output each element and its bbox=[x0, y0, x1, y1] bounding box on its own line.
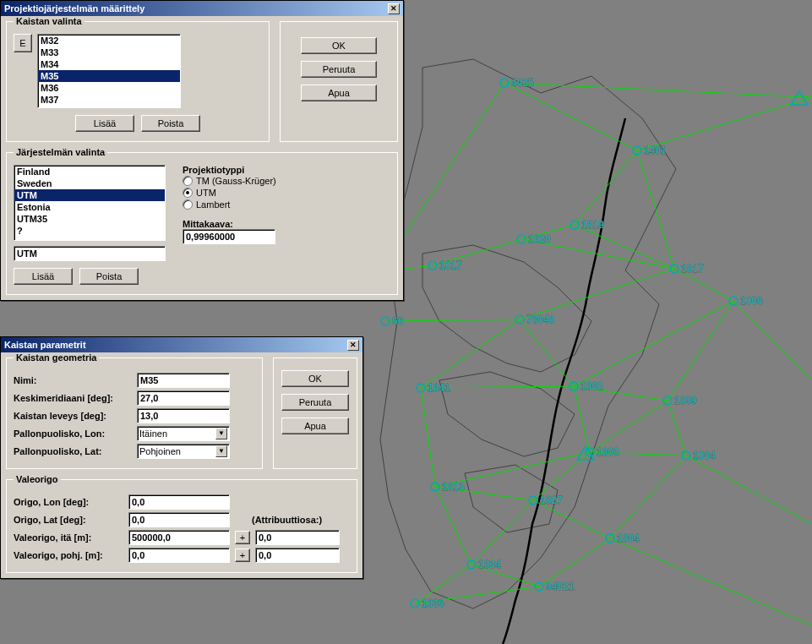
origo-lon-input[interactable] bbox=[128, 494, 230, 510]
system-section-label: Järjestelmän valinta bbox=[14, 147, 107, 157]
svg-text:1803: 1803 bbox=[597, 446, 619, 458]
svg-text:1834: 1834 bbox=[478, 559, 501, 570]
list-item[interactable]: M35 bbox=[38, 70, 180, 82]
plus-button[interactable]: + bbox=[235, 531, 250, 544]
svg-text:1836: 1836 bbox=[422, 598, 444, 609]
svg-text:1817: 1817 bbox=[681, 263, 704, 275]
svg-line-7 bbox=[575, 225, 674, 269]
radio-utm[interactable]: UTM bbox=[183, 187, 276, 199]
svg-line-15 bbox=[385, 319, 520, 321]
list-item[interactable]: UTM35 bbox=[14, 213, 165, 225]
list-item[interactable]: UTM bbox=[14, 189, 165, 201]
svg-line-21 bbox=[574, 301, 733, 386]
svg-line-29 bbox=[435, 487, 471, 565]
svg-text:1820: 1820 bbox=[528, 233, 551, 245]
svg-line-13 bbox=[733, 301, 812, 380]
width-label: Kaistan leveys [deg]: bbox=[14, 411, 132, 421]
zone-listbox[interactable]: M32M33M34M35M36M37 bbox=[37, 34, 181, 108]
svg-line-27 bbox=[421, 388, 435, 487]
svg-text:1813: 1813 bbox=[442, 481, 465, 493]
svg-text:1841: 1841 bbox=[428, 382, 450, 394]
chevron-down-icon: ▼ bbox=[215, 445, 227, 457]
geom-section-label: Kaistan geometria bbox=[14, 352, 99, 363]
svg-line-31 bbox=[471, 500, 533, 565]
name-label: Nimi: bbox=[14, 375, 132, 385]
help-button[interactable]: Apua bbox=[301, 85, 377, 101]
svg-line-4 bbox=[575, 150, 637, 225]
system-listbox[interactable]: FinlandSwedenUTMEstoniaUTM35? bbox=[14, 165, 166, 241]
cancel-button[interactable]: Peruuta bbox=[301, 61, 377, 78]
list-item[interactable]: M36 bbox=[38, 82, 180, 94]
svg-text:4025: 4025 bbox=[511, 77, 534, 89]
zone-add-button[interactable]: Lisää bbox=[75, 115, 134, 132]
dialog1-buttons: OK Peruuta Apua bbox=[280, 21, 398, 142]
svg-line-1 bbox=[504, 83, 637, 150]
dialog2-titlebar[interactable]: Kaistan parametrit ✕ bbox=[1, 337, 362, 352]
svg-line-0 bbox=[504, 83, 812, 97]
map-canvas[interactable]: 4025140118191820101762181710066678048184… bbox=[372, 0, 812, 644]
list-item[interactable]: M32 bbox=[38, 35, 180, 46]
origo-lat-label: Origo, Lat [deg]: bbox=[14, 515, 123, 525]
svg-line-38 bbox=[610, 538, 812, 625]
svg-line-33 bbox=[539, 538, 610, 587]
svg-line-14 bbox=[668, 301, 733, 401]
svg-line-3 bbox=[637, 97, 812, 150]
list-item[interactable]: Finland bbox=[14, 166, 165, 177]
system-add-button[interactable]: Lisää bbox=[14, 268, 73, 285]
false-n-label: Valeorigo, pohj. [m]: bbox=[14, 550, 123, 560]
close-icon[interactable]: ✕ bbox=[388, 3, 400, 14]
svg-text:1804: 1804 bbox=[617, 532, 640, 544]
ok-button[interactable]: OK bbox=[301, 37, 377, 54]
list-item[interactable]: Estonia bbox=[14, 201, 165, 213]
hemi-lat-select[interactable]: Pohjoinen▼ bbox=[137, 444, 230, 459]
width-input[interactable] bbox=[137, 408, 230, 423]
close-icon[interactable]: ✕ bbox=[347, 340, 359, 351]
svg-text:1006: 1006 bbox=[740, 295, 763, 307]
svg-text:1839: 1839 bbox=[674, 395, 697, 407]
scale-input[interactable] bbox=[183, 229, 275, 244]
meridian-input[interactable] bbox=[137, 390, 230, 406]
svg-line-22 bbox=[668, 401, 686, 456]
zone-remove-button[interactable]: Poista bbox=[141, 115, 200, 132]
dialog2-buttons: OK Peruuta Apua bbox=[273, 357, 357, 469]
ok-button[interactable]: OK bbox=[281, 370, 349, 387]
radio-tm[interactable]: TM (Gauss-Krüger) bbox=[183, 175, 276, 187]
name-input[interactable] bbox=[137, 373, 230, 388]
svg-text:1819: 1819 bbox=[581, 219, 604, 231]
system-selection-group: Järjestelmän valinta FinlandSwedenUTMEst… bbox=[6, 152, 398, 295]
zone-section-label: Kaistan valinta bbox=[14, 16, 84, 26]
cancel-button[interactable]: Peruuta bbox=[281, 394, 349, 411]
false-e-attr-input[interactable] bbox=[255, 530, 340, 545]
falseorig-section-label: Valeorigo bbox=[14, 474, 61, 484]
origo-lat-input[interactable] bbox=[128, 512, 230, 527]
list-item[interactable]: M34 bbox=[38, 58, 180, 70]
meridian-label: Keskimeridiaani [deg]: bbox=[14, 393, 132, 403]
false-n-input[interactable] bbox=[128, 548, 230, 563]
svg-text:1827: 1827 bbox=[540, 494, 563, 506]
svg-line-16 bbox=[520, 319, 574, 386]
zone-params-dialog: Kaistan parametrit ✕ Kaistan geometria N… bbox=[0, 336, 363, 579]
chevron-down-icon: ▼ bbox=[215, 428, 227, 439]
hemi-lon-label: Pallonpuolisko, Lon: bbox=[14, 428, 132, 439]
false-n-attr-input[interactable] bbox=[255, 548, 340, 563]
false-e-label: Valeorigo, itä [m]: bbox=[14, 532, 123, 543]
list-item[interactable]: Sweden bbox=[14, 177, 165, 189]
list-item[interactable]: M33 bbox=[38, 46, 180, 58]
zone-geometry-group: Kaistan geometria Nimi: Keskimeridiaani … bbox=[6, 357, 263, 469]
system-remove-button[interactable]: Poista bbox=[79, 268, 139, 285]
hemi-lon-select[interactable]: Itäinen▼ bbox=[137, 426, 230, 441]
hemi-lat-label: Pallonpuolisko, Lat: bbox=[14, 446, 132, 456]
svg-line-17 bbox=[421, 319, 520, 388]
scale-label: Mittakaava: bbox=[183, 219, 276, 229]
radio-lambert[interactable]: Lambert bbox=[183, 199, 276, 210]
help-button[interactable]: Apua bbox=[281, 418, 349, 434]
false-origin-group: Valeorigo Origo, Lon [deg]: Origo, Lat [… bbox=[6, 479, 357, 573]
list-item[interactable]: M37 bbox=[38, 94, 180, 106]
e-button[interactable]: E bbox=[14, 34, 32, 52]
plus-button[interactable]: + bbox=[235, 548, 250, 562]
list-item[interactable]: ? bbox=[14, 225, 165, 237]
system-name-input[interactable] bbox=[14, 246, 166, 261]
origo-lon-label: Origo, Lon [deg]: bbox=[14, 497, 123, 507]
false-e-input[interactable] bbox=[128, 530, 230, 545]
dialog1-titlebar[interactable]: Projektiojärjestelmän määrittely ✕ bbox=[1, 1, 403, 16]
